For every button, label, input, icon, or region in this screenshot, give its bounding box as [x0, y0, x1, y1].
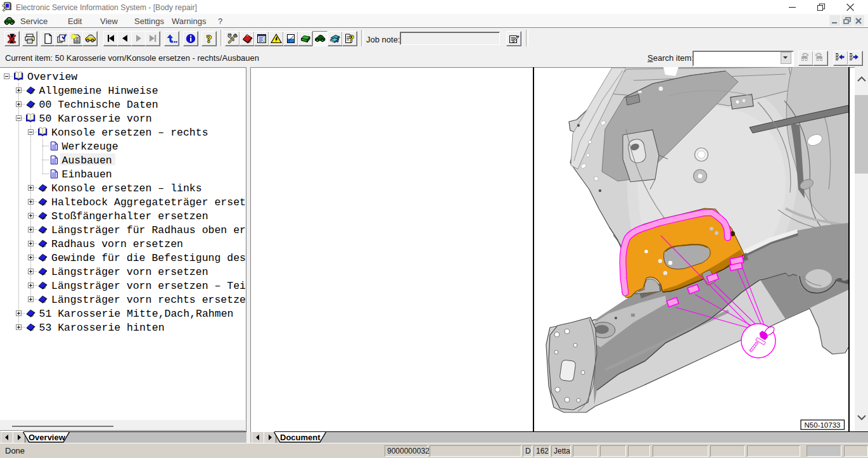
- svg-text:N50-10733: N50-10733: [805, 421, 841, 429]
- svg-text:?: ?: [207, 33, 212, 44]
- svg-text:?: ?: [349, 34, 354, 44]
